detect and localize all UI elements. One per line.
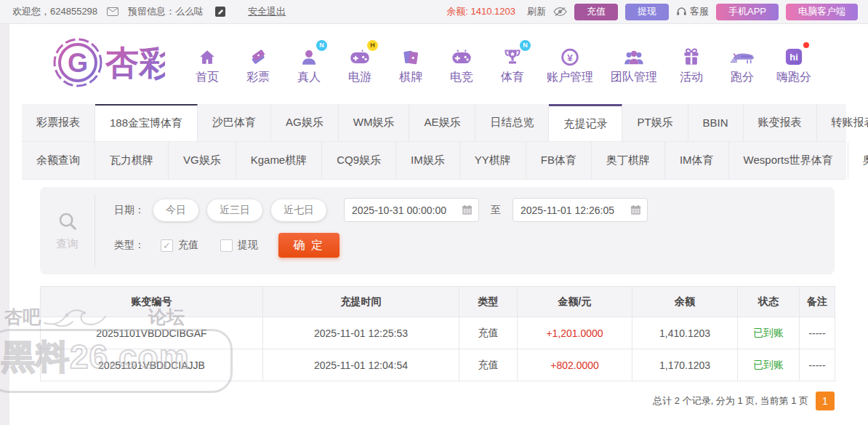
svg-text:hi: hi [789, 52, 797, 63]
eye-off-icon[interactable] [553, 7, 567, 17]
tab-zhuanzhang-baobiao[interactable]: 转账报表 [817, 104, 868, 141]
nav-item-home[interactable]: 首页 [187, 44, 228, 85]
recharge-checkbox-group: ✓ 充值 [161, 239, 198, 252]
tab-cq9-yule[interactable]: CQ9娱乐 [322, 142, 396, 179]
refresh-link[interactable]: 刷新 [527, 5, 546, 18]
col-header-record-id: 账变编号 [41, 287, 263, 317]
cell-remark: ----- [800, 349, 835, 381]
tab-chongti-jilu[interactable]: 充提记录 [549, 104, 622, 141]
recharge-checkbox[interactable]: ✓ [161, 239, 173, 252]
logout-link[interactable]: 安全退出 [248, 5, 286, 18]
confirm-button[interactable]: 确 定 [278, 233, 339, 258]
date-from-input[interactable]: 2025-10-31 00:00:00 [344, 198, 479, 222]
main-page: G 杏彩 首页 彩票 N 真人 [9, 24, 868, 425]
nav-item-esports[interactable]: 电竞 [441, 44, 482, 85]
filter-form: 日期： 今日 近三日 近七日 2025-10-31 00:00:00 至 202… [95, 187, 835, 274]
cell-status: 已到账 [738, 349, 800, 381]
query-button[interactable]: 查询 [40, 194, 95, 267]
tab-row-2: 余额查询 瓦力棋牌 VG娱乐 Kgame棋牌 CQ9娱乐 IM娱乐 YY棋牌 F… [22, 142, 846, 180]
nav-item-slots[interactable]: H 电游 [339, 44, 380, 85]
filter-panel: 查询 日期： 今日 近三日 近七日 2025-10-31 00:00:00 至 … [40, 187, 835, 274]
report-tabs: 彩票报表 188金宝博体育 沙巴体育 AG娱乐 WM娱乐 AE娱乐 日结总览 充… [22, 104, 846, 180]
mobile-app-button[interactable]: 手机APP [716, 4, 779, 20]
envelope-icon[interactable] [107, 7, 118, 16]
nav-item-promotions[interactable]: 活动 [671, 44, 712, 85]
quick-range-7days[interactable]: 近七日 [271, 199, 326, 221]
team-icon [621, 44, 647, 67]
cell-amount: +1,201.0000 [518, 317, 632, 349]
tab-caipiao-baobiao[interactable]: 彩票报表 [22, 104, 95, 141]
cell-balance: 1,410.1203 [632, 317, 738, 349]
type-filter-row: 类型： ✓ 充值 提现 确 定 [114, 233, 835, 258]
navbar: G 杏彩 首页 彩票 N 真人 [9, 24, 868, 104]
tab-fb-tiyu[interactable]: FB体育 [526, 142, 592, 179]
tab-ae-yule[interactable]: AE娱乐 [409, 104, 475, 141]
balance-value: 1410.1203 [471, 6, 515, 17]
topbar-left: 欢迎您，624855298 预留信息：么么哒 安全退出 [12, 5, 286, 18]
quick-range-3days[interactable]: 近三日 [207, 199, 262, 221]
nav-item-hi-paofen[interactable]: hi 嗨跑分 [773, 44, 815, 85]
page-1-button[interactable]: 1 [816, 392, 835, 410]
tab-188-jinbaobo[interactable]: 188金宝博体育 [95, 104, 198, 141]
cell-amount: +802.0000 [518, 349, 632, 381]
tab-rijie-zonglan[interactable]: 日结总览 [475, 104, 549, 141]
cell-type: 充值 [459, 349, 518, 381]
withdraw-checkbox-label[interactable]: 提现 [238, 239, 258, 252]
date-to-input[interactable]: 2025-11-01 12:26:05 [513, 198, 648, 222]
tab-wesports[interactable]: Wesports世界体育 [729, 142, 848, 179]
pagination-summary: 总计 2 个记录, 分为 1 页, 当前第 1 页 [653, 394, 808, 408]
tab-bbin[interactable]: BBIN [688, 104, 744, 141]
nav-item-account[interactable]: ¥ 账户管理 [543, 44, 597, 85]
tab-yy-qipai[interactable]: YY棋牌 [460, 142, 526, 179]
tab-kgame-qipai[interactable]: Kgame棋牌 [236, 142, 323, 179]
recharge-checkbox-label[interactable]: 充值 [178, 239, 198, 252]
quick-range-today[interactable]: 今日 [153, 199, 198, 221]
nav-item-live[interactable]: N 真人 [289, 44, 329, 85]
tab-vg-yule[interactable]: VG娱乐 [169, 142, 236, 179]
to-label: 至 [491, 204, 501, 217]
nav-item-sports[interactable]: N 体育 [492, 44, 533, 85]
col-header-remark: 备注 [800, 287, 835, 317]
col-header-balance: 余额 [632, 287, 738, 317]
edit-pencil-icon[interactable] [215, 7, 225, 17]
live-person-icon: N [296, 44, 322, 67]
tab-pt-yule[interactable]: PT娱乐 [622, 104, 688, 141]
nav-item-paofen[interactable]: 跑分 [722, 44, 763, 85]
tab-im-tiyu[interactable]: IM体育 [665, 142, 729, 179]
recharge-button[interactable]: 充值 [574, 4, 618, 20]
records-table: 账变编号 充提时间 类型 金额/元 余额 状态 备注 20251101VBDDC… [40, 286, 835, 381]
withdraw-button[interactable]: 提现 [625, 4, 669, 20]
headset-icon [676, 7, 687, 17]
tab-wali-qipai[interactable]: 瓦力棋牌 [95, 142, 169, 179]
tab-yue-chaxun[interactable]: 余额查询 [22, 142, 95, 179]
search-icon [57, 210, 79, 232]
table-header-row: 账变编号 充提时间 类型 金额/元 余额 状态 备注 [41, 287, 835, 317]
tab-im-yule[interactable]: IM娱乐 [396, 142, 460, 179]
cards-icon [398, 44, 424, 67]
tab-zhangbian-baobiao[interactable]: 账变报表 [744, 104, 817, 141]
service-link[interactable]: 客服 [690, 5, 709, 18]
calendar-icon[interactable] [630, 204, 641, 215]
withdraw-checkbox[interactable] [220, 239, 233, 252]
tab-shaba-tiyu[interactable]: 沙巴体育 [198, 104, 271, 141]
tab-ag-yule[interactable]: AG娱乐 [271, 104, 339, 141]
check-icon: ✓ [163, 240, 171, 251]
tab-aoding-qipai[interactable]: 奥丁棋牌 [592, 142, 665, 179]
badge-h: H [367, 40, 378, 51]
cell-time: 2025-11-01 12:25:53 [263, 317, 459, 349]
svg-text:¥: ¥ [567, 52, 573, 63]
reserved-info: 预留信息：么么哒 [128, 5, 204, 18]
calendar-icon[interactable] [462, 204, 473, 215]
main-nav: 首页 彩票 N 真人 H 电游 [187, 44, 815, 85]
cell-record-id: 20251101VBDDCIAJJB [41, 349, 263, 381]
tab-wm-yule[interactable]: WM娱乐 [339, 104, 410, 141]
tab-aoding-dianzi[interactable]: 奥丁电子 [848, 142, 868, 179]
nav-item-lottery[interactable]: 彩票 [238, 44, 278, 85]
cell-remark: ----- [800, 317, 835, 349]
nav-item-team[interactable]: 团队管理 [607, 44, 661, 85]
pc-client-button[interactable]: 电脑客户端 [786, 4, 858, 20]
table-row: 20251101VBDDCIAJJB 2025-11-01 12:04:54 充… [41, 349, 835, 381]
nav-item-cards[interactable]: 棋牌 [390, 44, 431, 85]
site-logo[interactable]: G 杏彩 [50, 33, 165, 95]
col-header-time: 充提时间 [263, 287, 459, 317]
